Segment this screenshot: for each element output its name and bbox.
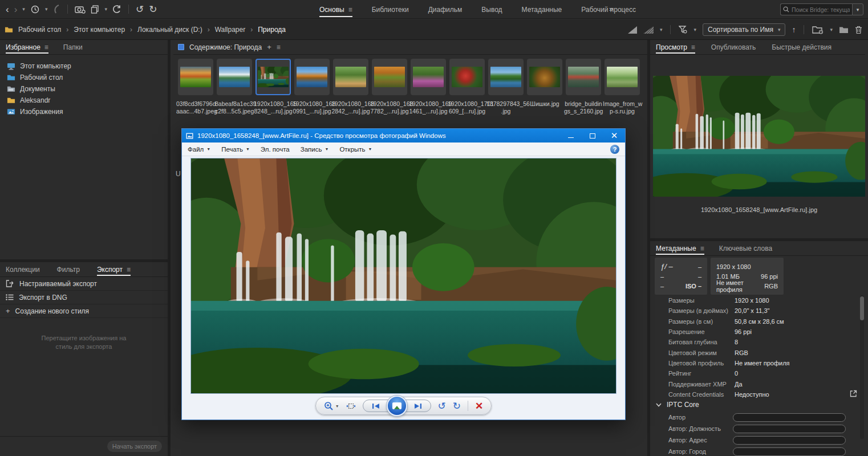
- sort-ascending-icon[interactable]: ↑: [792, 25, 796, 34]
- tab-output[interactable]: Вывод: [481, 0, 502, 19]
- filter-icon[interactable]: [679, 26, 687, 34]
- minimize-button[interactable]: [560, 129, 582, 142]
- iptc-author-address-input[interactable]: [733, 436, 846, 445]
- tab-metadata-panel[interactable]: Метаданные≡: [656, 241, 704, 256]
- panel-menu-icon[interactable]: ≡: [127, 266, 131, 274]
- search-input[interactable]: [792, 6, 850, 13]
- favorites-item-aleksandr[interactable]: Aleksandr: [0, 95, 168, 106]
- breadcrumb-item[interactable]: Рабочий стол: [18, 26, 61, 34]
- delete-button[interactable]: ✕: [475, 401, 483, 411]
- file-thumbnail[interactable]: Image_from_wp-s.ru.jpg: [603, 59, 642, 115]
- file-thumbnail[interactable]: 1920x1080_1701609_[...ru].jpg: [448, 59, 486, 115]
- iptc-author-city-input[interactable]: [733, 447, 846, 456]
- refresh-icon[interactable]: [112, 5, 121, 14]
- tab-preview[interactable]: Просмотр≡: [656, 40, 695, 55]
- tab-folders[interactable]: Папки: [63, 40, 83, 55]
- scrollbar-thumb[interactable]: [860, 296, 864, 320]
- copy-files-icon[interactable]: [91, 5, 99, 14]
- tab-quick-actions[interactable]: Быстрые действия: [772, 40, 832, 55]
- actual-size-icon[interactable]: [346, 402, 356, 410]
- tabs-overflow-icon[interactable]: »: [609, 5, 613, 13]
- rotate-left-icon[interactable]: ↺: [136, 5, 144, 14]
- file-thumbnail[interactable]: 1920x1080_1687782_...ru].jpg: [370, 59, 409, 115]
- back-icon[interactable]: ‹: [6, 5, 9, 14]
- favorites-item-desktop[interactable]: Рабочий стол: [0, 72, 168, 83]
- tab-essentials[interactable]: Основы≡: [319, 0, 352, 19]
- panel-menu-icon[interactable]: ≡: [691, 43, 695, 51]
- tab-favorites[interactable]: Избранное≡: [6, 40, 48, 55]
- panel-menu-icon[interactable]: ≡: [700, 245, 704, 253]
- tab-metadata[interactable]: Метаданные: [522, 0, 562, 19]
- iptc-author-input[interactable]: [733, 413, 846, 422]
- menu-email[interactable]: Эл. почта: [261, 146, 290, 153]
- export-item-custom[interactable]: Настраиваемый экспорт: [0, 277, 168, 291]
- get-photos-camera-icon[interactable]: [75, 5, 86, 14]
- add-content-icon[interactable]: +: [267, 43, 271, 51]
- slideshow-button[interactable]: [387, 396, 407, 416]
- history-dropdown-icon[interactable]: ▾: [45, 7, 48, 12]
- zoom-button[interactable]: ▼: [324, 401, 339, 411]
- menu-open[interactable]: Открыть▼: [339, 146, 372, 153]
- external-link-icon[interactable]: [850, 390, 857, 397]
- file-thumbnail-selected[interactable]: 1920x1080_1658248_...ru].jpg: [254, 59, 293, 115]
- tab-export[interactable]: Экспорт≡: [97, 262, 131, 277]
- new-folder-icon[interactable]: [839, 26, 849, 34]
- breadcrumb-item-current[interactable]: Природа: [258, 26, 286, 34]
- search-scope-dropdown[interactable]: ▾: [852, 3, 863, 15]
- favorites-item-pictures[interactable]: Изображения: [0, 106, 168, 117]
- tab-keywords[interactable]: Ключевые слова: [719, 241, 772, 256]
- recent-folder-dropdown-icon[interactable]: ▾: [830, 27, 833, 32]
- sort-dropdown[interactable]: Сортировать по Имя ▾: [703, 23, 785, 36]
- thumbnail-size-dropdown-icon[interactable]: ▾: [660, 27, 663, 32]
- rotate-ccw-button[interactable]: ↺: [438, 401, 446, 411]
- boomerang-icon[interactable]: [52, 4, 60, 14]
- iptc-author-title-input[interactable]: [733, 425, 846, 433]
- nav-dropdown-icon[interactable]: ▾: [22, 7, 25, 12]
- file-thumbnail[interactable]: bridge_buildings_s_2160.jpg: [564, 59, 603, 115]
- favorites-item-this-pc[interactable]: Этот компьютер: [0, 60, 168, 72]
- filter-dropdown-icon[interactable]: ▾: [693, 27, 696, 32]
- forward-icon[interactable]: ›: [14, 5, 18, 14]
- export-item-dng[interactable]: Экспорт в DNG: [0, 291, 168, 304]
- close-button[interactable]: ✕: [603, 129, 625, 142]
- file-thumbnail[interactable]: 03f8cd3f6796daaac...4b7.jpeg: [176, 59, 215, 115]
- rotate-cw-button[interactable]: ↻: [453, 401, 461, 411]
- content-checkbox[interactable]: [178, 44, 184, 50]
- viewer-titlebar[interactable]: 1920x1080_1658248_[www.ArtFile.ru] - Сре…: [182, 129, 625, 142]
- file-thumbnail[interactable]: 1920x1080_1680991_...ru].jpg: [293, 59, 331, 115]
- file-thumbnail[interactable]: 1378297843_56.jpg: [486, 59, 525, 115]
- photo-viewer-window[interactable]: 1920x1080_1658248_[www.ArtFile.ru] - Сре…: [181, 128, 626, 420]
- tab-filmstrip[interactable]: Диафильм: [428, 0, 463, 19]
- tab-menu-icon[interactable]: ≡: [348, 6, 352, 14]
- breadcrumb-item[interactable]: Этот компьютер: [74, 26, 125, 34]
- history-icon[interactable]: [30, 5, 40, 14]
- metadata-row[interactable]: Рейтинг0: [650, 368, 861, 378]
- panel-menu-icon[interactable]: ≡: [44, 43, 48, 51]
- export-item-new-preset[interactable]: + Создание нового стиля: [0, 304, 168, 318]
- maximize-button[interactable]: [582, 129, 603, 142]
- breadcrumb-item[interactable]: Wallpaper: [215, 26, 246, 34]
- thumbnail-size-small-icon[interactable]: [628, 26, 637, 34]
- content-menu-icon[interactable]: ≡: [277, 43, 281, 51]
- copy-dropdown-icon[interactable]: ▾: [104, 7, 107, 12]
- next-button[interactable]: [405, 400, 431, 412]
- search-box[interactable]: [780, 3, 852, 15]
- tab-filter[interactable]: Фильтр: [57, 262, 80, 277]
- thumbnail-size-large-icon[interactable]: [643, 26, 654, 34]
- recent-folder-icon[interactable]: [812, 26, 824, 34]
- start-export-button[interactable]: Начать экспорт: [107, 441, 162, 452]
- tab-publish[interactable]: Опубликовать: [711, 40, 756, 55]
- delete-trash-icon[interactable]: [855, 26, 862, 34]
- tab-collections[interactable]: Коллекции: [6, 262, 40, 277]
- tab-libraries[interactable]: Библиотеки: [372, 0, 409, 19]
- file-thumbnail[interactable]: 8abeaf8a1ec39c2f8...5c5.jpeg: [215, 59, 254, 115]
- rotate-right-icon[interactable]: ↻: [149, 5, 157, 14]
- file-thumbnail[interactable]: 1920x1080_1691461_...ru].jpg: [409, 59, 448, 115]
- file-thumbnail[interactable]: Шишки.jpg: [525, 59, 564, 115]
- previous-button[interactable]: [363, 400, 389, 412]
- menu-burn[interactable]: Запись▼: [301, 146, 329, 153]
- file-thumbnail[interactable]: 1920x1080_1682842_...ru].jpg: [331, 59, 370, 115]
- help-icon[interactable]: ?: [610, 145, 619, 154]
- iptc-section-header[interactable]: IPTC Core: [656, 401, 699, 409]
- menu-file[interactable]: Файл▼: [188, 146, 210, 153]
